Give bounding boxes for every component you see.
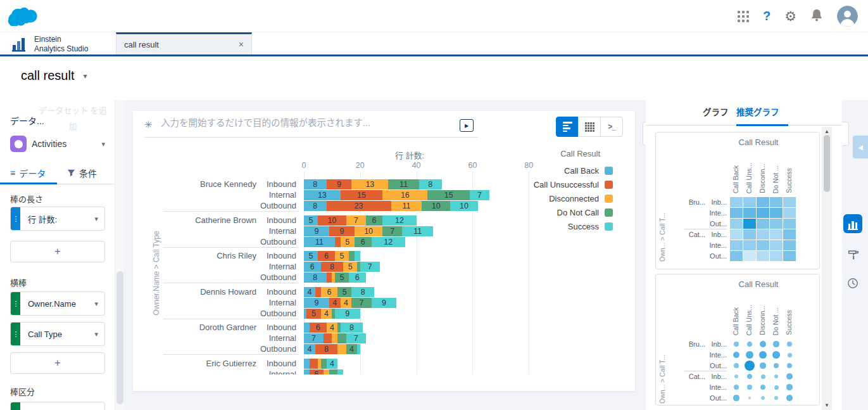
bar-segment[interactable]: 9 [327, 179, 352, 189]
bubble-cell[interactable] [743, 371, 756, 381]
stacked-bar[interactable]: 5107612 [304, 215, 417, 226]
suggested-chart-bubble[interactable]: Call ResultCall BackCall Uns...Disconn..… [655, 274, 820, 406]
bubble-cell[interactable] [757, 339, 769, 349]
bubble-cell[interactable] [757, 350, 769, 360]
bar-segment[interactable] [310, 359, 318, 369]
heatmap-cell[interactable] [757, 229, 769, 240]
bubble-cell[interactable] [743, 361, 756, 371]
scrollbar-thumb[interactable] [824, 135, 830, 192]
heatmap-cell[interactable] [730, 240, 743, 250]
add-dataset-ghost-button[interactable]: データセット を追加 [37, 103, 109, 134]
bar-segment[interactable]: 4 [304, 287, 315, 297]
heatmap-cell[interactable] [770, 219, 783, 229]
collapse-panel-button[interactable]: ◀ [853, 136, 868, 158]
bar-segment[interactable]: 4 [321, 309, 332, 319]
bubble-cell[interactable] [783, 350, 796, 360]
heatmap-cell[interactable] [730, 197, 743, 207]
bar-segment[interactable] [324, 369, 329, 375]
bar-segment[interactable]: 8 [351, 287, 374, 297]
bubble-cell[interactable] [743, 382, 756, 392]
segment-field-partial[interactable] [10, 402, 105, 410]
bubble-cell[interactable] [757, 361, 769, 371]
help-icon[interactable]: ? [763, 9, 771, 23]
bar-segment[interactable]: 4 [327, 323, 338, 333]
bubble-cell[interactable] [770, 350, 783, 360]
bar-segment[interactable] [349, 251, 355, 261]
heatmap-cell[interactable] [783, 219, 796, 229]
bar-segment[interactable]: 9 [329, 226, 355, 236]
query-view-button[interactable]: >_ [600, 117, 623, 137]
bar-segment[interactable] [304, 369, 310, 375]
bar-segment[interactable]: 15 [341, 190, 383, 200]
bar-segment[interactable] [332, 333, 337, 343]
bar-segment[interactable] [357, 344, 360, 354]
bar-segment[interactable] [321, 359, 327, 369]
heatmap-cell[interactable] [730, 219, 743, 229]
bar-segment[interactable]: 5 [337, 287, 351, 297]
table-view-button[interactable] [578, 117, 601, 137]
heatmap-cell[interactable] [743, 240, 756, 250]
bubble-cell[interactable] [730, 350, 743, 360]
drag-grip-icon[interactable]: ⋮ [11, 292, 20, 315]
stacked-bar[interactable]: 565 [304, 251, 360, 261]
tab-chart[interactable]: グラフ [703, 100, 729, 125]
heatmap-cell[interactable] [757, 219, 769, 229]
bubble-cell[interactable] [743, 393, 756, 403]
notification-bell-icon[interactable] [810, 8, 823, 25]
bar-segment[interactable]: 6 [304, 262, 321, 272]
bar-segment[interactable]: 9 [335, 309, 360, 319]
heatmap-cell[interactable] [743, 208, 756, 218]
heatmap-cell[interactable] [783, 208, 796, 218]
bubble-cell[interactable] [730, 393, 743, 403]
heatmap-cell[interactable] [770, 197, 783, 207]
heatmap-cell[interactable] [743, 197, 756, 207]
bar-segment[interactable]: 8 [321, 262, 344, 272]
bar-segment[interactable]: 7 [304, 333, 324, 343]
heatmap-cell[interactable] [783, 229, 796, 240]
dataset-selector[interactable]: Activities ▾ [10, 134, 105, 153]
bubble-cell[interactable] [783, 371, 796, 381]
bubble-cell[interactable] [770, 361, 783, 371]
sidebar-scrollbar[interactable] [115, 100, 124, 410]
scrollbar-thumb[interactable] [116, 271, 123, 404]
bubble-cell[interactable] [730, 371, 743, 381]
bar-segment[interactable]: 8 [304, 272, 327, 283]
bar-segment[interactable]: 4 [346, 344, 358, 354]
heatmap-cell[interactable] [743, 229, 756, 240]
bar-segment[interactable]: 16 [382, 190, 427, 200]
bar-segment[interactable]: 5 [341, 237, 355, 247]
stacked-bar[interactable]: 77 [304, 333, 366, 343]
bar-segment[interactable]: 4 [329, 298, 341, 308]
bar-segment[interactable] [315, 287, 321, 297]
bar-segment[interactable] [335, 237, 341, 247]
bar-segment[interactable]: 10 [318, 215, 346, 226]
add-grouping-button[interactable]: + [10, 352, 105, 374]
tab-call-result[interactable]: call result × [116, 32, 252, 54]
drag-grip-icon[interactable]: ⋮ [11, 207, 20, 230]
bubble-cell[interactable] [770, 339, 783, 349]
stacked-bar[interactable]: 484 [304, 344, 360, 354]
stacked-bar[interactable]: 856 [304, 272, 366, 283]
bar-segment[interactable] [355, 251, 360, 261]
bubble-cell[interactable] [730, 361, 743, 371]
stacked-bar[interactable]: 6857 [304, 262, 380, 272]
run-query-button[interactable]: ▶ [460, 119, 474, 132]
legend-item[interactable]: Success [424, 219, 614, 233]
bubble-cell[interactable] [783, 382, 796, 392]
setup-gear-icon[interactable]: ⚙ [784, 10, 796, 23]
bar-segment[interactable]: 7 [360, 262, 380, 272]
bubble-cell[interactable] [730, 382, 743, 392]
bar-segment[interactable] [337, 369, 343, 375]
bar-segment[interactable]: 5 [343, 262, 357, 272]
bar-segment[interactable]: 9 [372, 298, 397, 308]
measure-field[interactable]: ⋮ 行 計数: ▾ [10, 207, 105, 231]
heatmap-cell[interactable] [770, 229, 783, 240]
bar-segment[interactable]: 8 [341, 323, 363, 333]
user-avatar[interactable] [837, 6, 858, 27]
analytics-studio-brand[interactable]: Einstein Analytics Studio [11, 35, 88, 54]
tab-suggested-charts[interactable]: 推奨グラフ [736, 100, 779, 125]
bar-segment[interactable]: 5 [304, 251, 318, 261]
bar-segment[interactable]: 12 [382, 215, 416, 226]
stacked-bar[interactable]: 94479 [304, 298, 396, 308]
tab-data[interactable]: ≡ データ [10, 162, 57, 184]
